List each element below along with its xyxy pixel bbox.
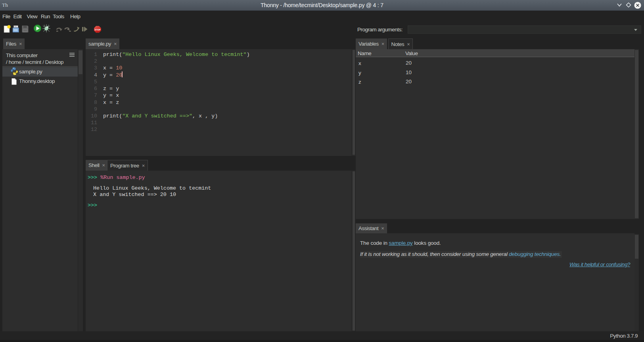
svg-text:STOP: STOP [95,29,101,31]
